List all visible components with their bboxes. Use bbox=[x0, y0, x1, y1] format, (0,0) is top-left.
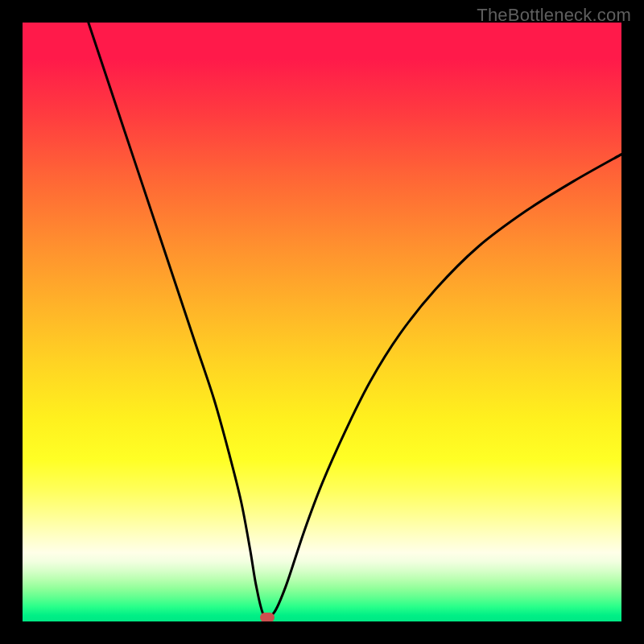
marker-minimum bbox=[260, 613, 275, 621]
bottleneck-curve bbox=[23, 23, 621, 621]
plot-area bbox=[23, 23, 621, 621]
watermark-text: TheBottleneck.com bbox=[477, 5, 631, 26]
